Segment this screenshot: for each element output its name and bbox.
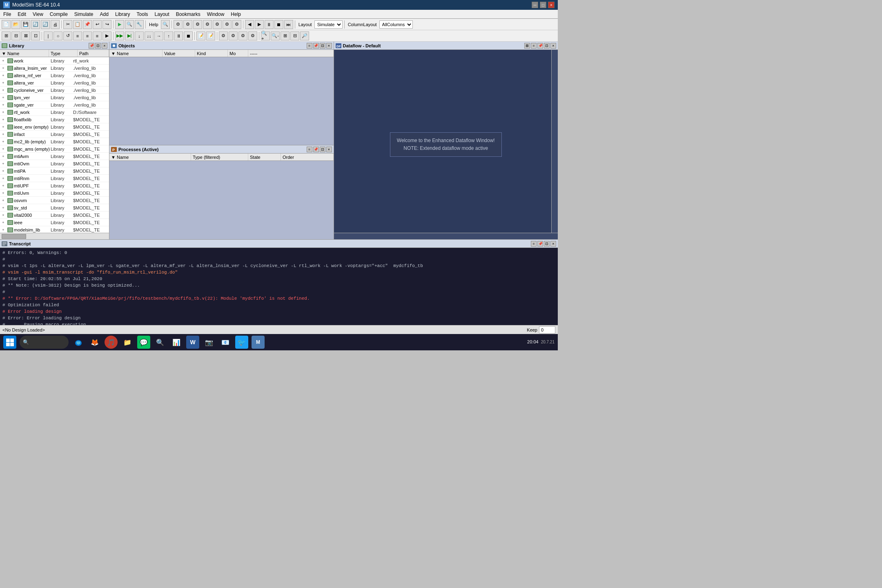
library-item[interactable]: +mtiUvmLibrary$MODEL_TE <box>0 189 109 197</box>
library-item[interactable]: +infactLibrary$MODEL_TE <box>0 131 109 138</box>
library-item[interactable]: +floatfixlibLibrary$MODEL_TE <box>0 116 109 123</box>
dataflow-close-btn[interactable]: × <box>550 43 556 49</box>
processes-pin-btn[interactable]: 📌 <box>313 147 319 152</box>
library-item[interactable]: +mgc_ams (empty)Library$MODEL_TE <box>0 145 109 153</box>
menu-library[interactable]: Library <box>112 10 134 18</box>
library-item-expand[interactable]: + <box>0 213 7 217</box>
tb2-log2[interactable]: 📝 <box>206 31 215 40</box>
library-item[interactable]: +ieee_env (empty)Library$MODEL_TE <box>0 123 109 131</box>
tb2-btn10[interactable]: ≡ <box>93 31 102 40</box>
dataflow-menu-btn[interactable]: ≡ <box>531 43 537 49</box>
tb2-run2[interactable]: ▶| <box>125 31 134 40</box>
menu-view[interactable]: View <box>29 10 47 18</box>
tb2-run1[interactable]: ▶▶ <box>115 31 124 40</box>
library-item[interactable]: +sv_stdLibrary$MODEL_TE <box>0 204 109 212</box>
library-item-expand[interactable]: + <box>0 169 7 173</box>
tb2-step6[interactable]: ⏹ <box>184 31 193 40</box>
processes-col-type[interactable]: Type (filtered) <box>191 154 248 160</box>
taskbar-edge-btn[interactable] <box>72 336 85 349</box>
library-float-btn[interactable]: ⊡ <box>95 43 101 49</box>
library-hscroll-thumb[interactable] <box>2 234 26 239</box>
tb2-step5[interactable]: ⏸ <box>174 31 183 40</box>
library-item-expand[interactable]: + <box>0 206 7 210</box>
tb2-btn7[interactable]: ↺ <box>63 31 72 40</box>
objects-float-btn[interactable]: ⊡ <box>320 43 325 49</box>
nav-btn1[interactable]: ◀ <box>245 20 254 29</box>
library-item[interactable]: +vital2000Library$MODEL_TE <box>0 212 109 219</box>
tb2-btn9[interactable]: ≡ <box>83 31 92 40</box>
tb2-btn1[interactable]: ⊞ <box>2 31 11 40</box>
objects-menu-btn[interactable]: ≡ <box>307 43 312 49</box>
nav-btn2[interactable]: ▶ <box>255 20 264 29</box>
library-item-expand[interactable]: + <box>0 220 7 225</box>
menu-window[interactable]: Window <box>204 10 228 18</box>
tb2-btn3[interactable]: ⊠ <box>21 31 30 40</box>
tb2-btn6[interactable]: ○ <box>53 31 62 40</box>
tb2-zoom5[interactable]: 🔎 <box>300 31 309 40</box>
library-item-expand[interactable]: + <box>0 103 7 107</box>
library-close-btn[interactable]: × <box>102 43 107 49</box>
save-btn[interactable]: 💾 <box>21 20 30 29</box>
library-item-expand[interactable]: + <box>0 88 7 92</box>
tb2-zoom2[interactable]: 🔍- <box>271 31 280 40</box>
processes-close-btn[interactable]: × <box>326 147 332 152</box>
minimize-button[interactable]: ─ <box>532 2 538 8</box>
sim-btn3[interactable]: ⚙ <box>193 20 202 29</box>
taskbar-modelsim-btn[interactable]: M <box>252 336 265 349</box>
menu-bookmarks[interactable]: Bookmarks <box>173 10 204 18</box>
column-layout-select[interactable]: AllColumns Default <box>379 20 413 29</box>
copy-btn[interactable]: 📋 <box>73 20 82 29</box>
library-item-expand[interactable]: + <box>0 228 7 232</box>
tb2-step4[interactable]: ↑ <box>164 31 173 40</box>
taskbar-mail-btn[interactable]: 📧 <box>219 336 232 349</box>
taskbar-word-btn[interactable]: W <box>186 336 199 349</box>
objects-col-kind[interactable]: Kind <box>195 50 228 57</box>
keep-input[interactable] <box>539 326 555 334</box>
open-btn[interactable]: 📂 <box>11 20 20 29</box>
processes-col-name[interactable]: ▼ Name <box>109 154 191 160</box>
library-item[interactable]: +altera_verLibrary./verilog_lib <box>0 79 109 87</box>
dataflow-expand-btn[interactable]: ⊞ <box>524 43 530 49</box>
library-pin-btn[interactable]: 📌 <box>89 43 94 49</box>
new-btn[interactable]: 📄 <box>2 20 11 29</box>
menu-edit[interactable]: Edit <box>14 10 29 18</box>
sim-btn5[interactable]: ⚙ <box>213 20 222 29</box>
tb2-btn5[interactable]: | <box>44 31 53 40</box>
library-item[interactable]: +mc2_lib (empty)Library$MODEL_TE <box>0 138 109 145</box>
objects-col-extra[interactable]: ----- <box>248 50 334 57</box>
library-col-path[interactable]: Path <box>78 50 109 57</box>
library-item[interactable]: +mtiRnmLibrary$MODEL_TE <box>0 175 109 182</box>
tb2-step2[interactable]: ↓↓ <box>145 31 154 40</box>
taskbar-search-btn[interactable]: 🔍 <box>20 336 69 349</box>
sim-btn1[interactable]: ⚙ <box>174 20 183 29</box>
objects-pin-btn[interactable]: 📌 <box>313 43 319 49</box>
transcript-content[interactable]: # Errors: 0, Warnings: 0## vsim -t 1ps -… <box>0 248 558 325</box>
library-item-expand[interactable]: + <box>0 81 7 85</box>
taskbar-wechat-btn[interactable]: 💬 <box>137 336 150 349</box>
library-item[interactable]: +mtiAvmLibrary$MODEL_TE <box>0 153 109 160</box>
undo-btn[interactable]: ↩ <box>93 20 102 29</box>
library-item[interactable]: +altera_mf_verLibrary./verilog_lib <box>0 72 109 79</box>
library-item[interactable]: +osvvmLibrary$MODEL_TE <box>0 197 109 204</box>
library-item-expand[interactable]: + <box>0 132 7 136</box>
objects-col-value[interactable]: Value <box>163 50 195 57</box>
library-col-type[interactable]: Type <box>49 50 78 57</box>
library-item-expand[interactable]: + <box>0 184 7 188</box>
sim-btn4[interactable]: ⚙ <box>203 20 212 29</box>
library-item[interactable]: +mtiUPFLibrary$MODEL_TE <box>0 182 109 189</box>
library-item-expand[interactable]: + <box>0 118 7 122</box>
tb2-zoom1[interactable]: 🔍+ <box>261 31 270 40</box>
transcript-float-btn[interactable]: ⊡ <box>544 241 550 247</box>
taskbar-excel-btn[interactable]: 📊 <box>170 336 183 349</box>
library-item-expand[interactable]: + <box>0 147 7 151</box>
run-btn[interactable]: ▶ <box>115 20 124 29</box>
menu-file[interactable]: File <box>0 10 14 18</box>
transcript-pin-btn[interactable]: 📌 <box>537 241 543 247</box>
library-item-expand[interactable]: + <box>0 110 7 114</box>
nav-btn5[interactable]: ⏭ <box>284 20 293 29</box>
tb2-step1[interactable]: ↓ <box>135 31 144 40</box>
tb2-opt2[interactable]: ⚙ <box>229 31 238 40</box>
tb2-btn8[interactable]: ≡ <box>73 31 82 40</box>
library-item-expand[interactable]: + <box>0 191 7 195</box>
objects-col-name[interactable]: ▼ Name <box>109 50 163 57</box>
